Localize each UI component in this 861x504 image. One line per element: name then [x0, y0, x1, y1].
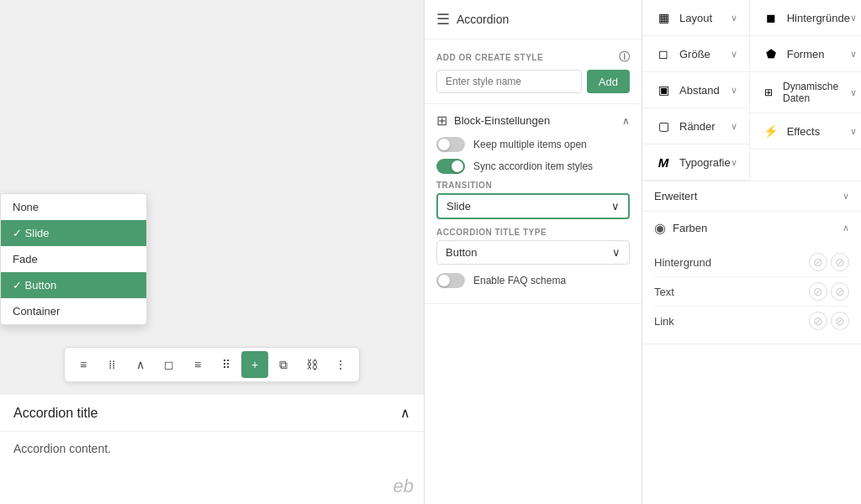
dropdown-item-fade[interactable]: Fade: [1, 246, 146, 272]
erweitert-label: Erweitert: [654, 190, 697, 202]
editor-area: None ✓ Slide Fade ✓ Button Container ≡ ⁞…: [0, 0, 424, 504]
dropdown-item-none[interactable]: None: [1, 194, 146, 220]
style-input-row: Add: [436, 70, 630, 93]
color-swatches-hintergrund: ⊘ ⊘: [809, 253, 849, 271]
color-swatch-hintergrund-1[interactable]: ⊘: [809, 253, 827, 271]
typografie-label: Typografie: [679, 156, 731, 169]
right-row-layout[interactable]: ▦ Layout ∨: [642, 0, 749, 36]
farben-icon: ◉: [654, 220, 666, 236]
style-section: ADD OR CREATE STYLE ⓘ Add: [425, 39, 642, 104]
add-style-button[interactable]: Add: [587, 70, 630, 93]
color-swatch-text-2[interactable]: ⊘: [831, 282, 849, 301]
toggle-sync-styles-knob: [452, 160, 463, 172]
brand-logo: eb: [394, 475, 414, 497]
toolbar-dotgrid-btn[interactable]: ⠿: [213, 351, 240, 378]
farben-content: Hintergrund ⊘ ⊘ Text ⊘ ⊘ Link: [642, 244, 861, 344]
dropdown-item-container[interactable]: Container: [1, 298, 146, 324]
color-swatch-link-2[interactable]: ⊘: [831, 312, 849, 330]
color-swatches-text: ⊘ ⊘: [809, 282, 849, 301]
farben-chevron: ∧: [843, 223, 849, 234]
erweitert-row[interactable]: Erweitert ∨: [642, 181, 861, 212]
formen-chevron: ∨: [850, 49, 857, 60]
toolbar-select-btn[interactable]: ◻: [156, 351, 182, 378]
right-row-abstand[interactable]: ▣ Abstand ∨: [642, 72, 749, 108]
info-icon: ⓘ: [619, 50, 631, 65]
color-swatch-hintergrund-2[interactable]: ⊘: [831, 253, 849, 271]
dynamische-label: Dynamische Daten: [783, 81, 850, 104]
toolbar-copy-btn[interactable]: ⧉: [270, 351, 297, 378]
groesse-chevron: ∨: [731, 49, 737, 60]
right-left-col: ▦ Layout ∨ ◻ Größe ∨ ▣ Abstand: [642, 0, 750, 181]
toolbar-grid-btn[interactable]: ⁞⁞: [98, 351, 125, 378]
farben-section: ◉ Farben ∧ Hintergrund ⊘ ⊘ Text ⊘: [642, 212, 861, 344]
layout-icon: ▦: [654, 8, 673, 27]
accordion-title: Accordion title: [13, 406, 98, 421]
layout-label: Layout: [679, 12, 712, 24]
right-row-dynamische[interactable]: ⊞ Dynamische Daten ∨: [750, 72, 861, 113]
right-row-hintergruende[interactable]: ◼ Hintergründe ∨: [750, 0, 861, 36]
accordion-title-type-select[interactable]: Button ∨: [436, 240, 630, 265]
formen-icon: ⬟: [762, 45, 780, 63]
faq-toggle-row: Enable FAQ schema: [436, 273, 630, 288]
color-swatches-link: ⊘ ⊘: [809, 312, 849, 330]
editor-toolbar: ≡ ⁞⁞ ∧ ◻ ≡ ⠿ + ⧉ ⛓ ⋮: [0, 347, 424, 382]
accordion-header-title: Accordion: [457, 13, 509, 26]
accordion-title-type-label: ACCORDION TITLE TYPE: [436, 228, 630, 237]
center-panel: ☰ Accordion ADD OR CREATE STYLE ⓘ Add ⊞ …: [424, 0, 642, 504]
block-settings-icon: ⊞: [436, 113, 447, 129]
style-name-input[interactable]: [436, 70, 582, 93]
color-swatch-text-1[interactable]: ⊘: [809, 282, 827, 301]
toggle-multiple-items[interactable]: [436, 137, 465, 152]
groesse-label: Größe: [679, 48, 710, 60]
groesse-icon: ◻: [654, 45, 673, 63]
farben-header[interactable]: ◉ Farben ∧: [642, 212, 861, 244]
right-row-formen[interactable]: ⬟ Formen ∨: [750, 36, 861, 72]
typografie-chevron: ∨: [731, 157, 737, 168]
toggle-sync-styles-label: Sync accordion item styles: [473, 160, 593, 172]
toggle-sync-styles[interactable]: [436, 159, 465, 174]
right-row-raender[interactable]: ▢ Ränder ∨: [642, 108, 749, 144]
toolbar-link-btn[interactable]: ⛓: [298, 351, 325, 378]
faq-toggle[interactable]: [436, 273, 465, 288]
toolbar-align-btn[interactable]: ≡: [184, 351, 211, 378]
transition-field-group: TRANSITION Slide ∨: [436, 181, 630, 219]
transition-dropdown-overlay[interactable]: None ✓ Slide Fade ✓ Button Container: [0, 193, 147, 325]
right-row-groesse[interactable]: ◻ Größe ∨: [642, 36, 749, 72]
hintergruende-label: Hintergründe: [787, 12, 850, 24]
toolbar-list-btn[interactable]: ≡: [70, 351, 97, 378]
right-row-effects[interactable]: ⚡ Effects ∨: [750, 113, 861, 150]
dynamische-chevron: ∨: [850, 87, 857, 98]
toolbar-more-btn[interactable]: ⋮: [327, 351, 354, 378]
right-right-col: ◼ Hintergründe ∨ ⬟ Formen ∨ ⊞ Dynamische: [750, 0, 861, 181]
effects-chevron: ∨: [850, 126, 857, 137]
faq-toggle-knob: [438, 275, 450, 286]
formen-label: Formen: [787, 48, 825, 60]
style-section-label: ADD OR CREATE STYLE ⓘ: [436, 50, 630, 65]
abstand-label: Abstand: [679, 84, 720, 97]
accordion-area: Accordion title ∧ Accordion content.: [0, 395, 424, 504]
block-settings-chevron[interactable]: ∧: [622, 115, 630, 127]
color-row-link: Link ⊘ ⊘: [654, 307, 849, 335]
accordion-chevron: ∧: [400, 405, 410, 421]
accordion-title-type-chevron: ∨: [612, 246, 621, 259]
hintergruende-icon: ◼: [762, 8, 780, 27]
erweitert-chevron: ∨: [843, 191, 849, 202]
transition-select[interactable]: Slide ∨: [436, 193, 630, 219]
abstand-icon: ▣: [654, 81, 673, 99]
transition-label: TRANSITION: [436, 181, 630, 190]
section-title-left: ⊞ Block-Einstellungen: [436, 113, 550, 129]
right-row-typografie[interactable]: M Typografie ∨: [642, 144, 749, 181]
toggle-multiple-items-knob: [438, 139, 450, 150]
dropdown-item-slide[interactable]: ✓ Slide: [1, 220, 146, 246]
toolbar-up-btn[interactable]: ∧: [127, 351, 154, 378]
color-row-text: Text ⊘ ⊘: [654, 277, 849, 307]
toolbar-plus-btn[interactable]: +: [241, 351, 268, 378]
right-panel: ▦ Layout ∨ ◻ Größe ∨ ▣ Abstand: [642, 0, 861, 504]
hintergruende-chevron: ∨: [850, 13, 857, 24]
faq-toggle-label: Enable FAQ schema: [473, 275, 566, 286]
layout-chevron: ∨: [731, 13, 737, 24]
raender-icon: ▢: [654, 117, 673, 135]
typografie-icon: M: [654, 153, 673, 171]
dropdown-item-button[interactable]: ✓ Button: [1, 272, 146, 298]
color-swatch-link-1[interactable]: ⊘: [809, 312, 827, 330]
